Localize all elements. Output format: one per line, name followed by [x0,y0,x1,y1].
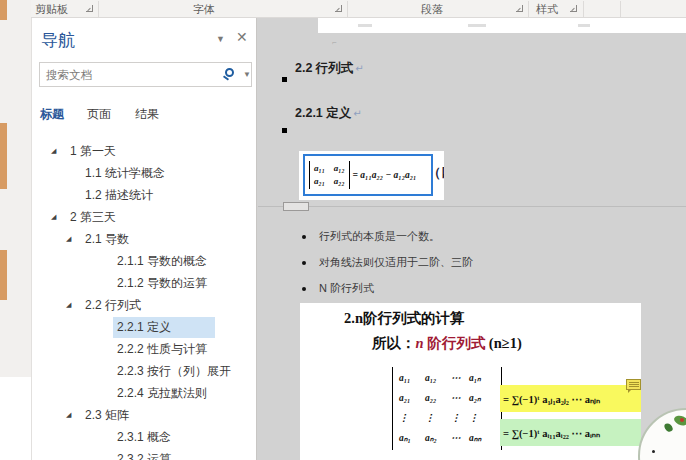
nav-tree-item[interactable]: ◢ 2.2.2 性质与计算 [32,338,256,360]
tab-pages[interactable]: 页面 [87,106,111,123]
document-canvas[interactable]: ⌐ 2.2 行列式↵ 2.2.1 定义↵ a₁₁ a₁₂ a₂₁ a₂₂ = a… [258,18,686,460]
matrix-cell: a₁₁ [399,369,425,388]
matrix-cell: ⋯ [451,429,469,448]
equation-yellow-highlight: = ∑(−1)ᵗ a₁ⱼ₁a₂ⱼ₂ ⋯ aₙⱼₙ [500,385,641,412]
matrix-cell: ⋮ [469,409,495,428]
matrix-cell: ⋮ [399,409,425,428]
expand-triangle-icon[interactable]: ◢ [51,213,60,221]
left-gutter [0,0,31,460]
paragraph-mark: ⌐ [332,38,337,47]
ribbon-group-styles: 样式 [536,2,558,17]
nav-tree-item[interactable]: ◢ 2.1.2 导数的运算 [32,272,256,294]
matrix-cell: ⋯ [451,389,469,408]
formula-blue-frame: a₁₁ a₁₂ a₂₁ a₂₂ = a₁₁a₂₂ − a₁₂a₂₁ [303,154,433,196]
navigation-pane-title: 导航 [41,29,75,52]
bullet-dot [302,287,306,291]
bullet-item: 行列式的本质是一个数。 [302,229,440,244]
expand-triangle-icon[interactable]: ◢ [66,301,75,309]
nav-tree-item[interactable]: ◢ 1.2 描述统计 [32,184,256,206]
dropdown-caret-icon[interactable]: ▼ [243,70,251,79]
matrix-cell: a₂₁ [399,389,425,408]
ribbon-group-clipboard: 剪贴板 [35,2,68,17]
background-window-sliver [0,0,7,20]
ribbon-group-labels: 剪贴板 字体 段落 样式 [31,0,686,18]
page-break-tab[interactable] [283,202,309,211]
matrix-cell: aₙₙ [469,429,495,448]
nav-tree-item[interactable]: ◢ 2.3 矩阵 [32,404,256,426]
matrix-cell: a₂₂ [425,389,451,408]
nav-tree-item[interactable]: ◢ 2.2.3 按行（列）展开 [32,360,256,382]
pilcrow-mark: ↵ [353,108,361,119]
matrix-cell: ⋯ [451,369,469,388]
slide-subtitle: 所以：n 阶行列式 (n≥1) [372,334,522,353]
expand-triangle-icon[interactable]: ◢ [51,147,60,155]
nav-tree-item[interactable]: ◢ 2.2.4 克拉默法则 [32,382,256,404]
expand-triangle-icon[interactable]: ◢ [66,411,75,419]
slide-image-n-order-determinant[interactable]: 2.n阶行列式的计算 所以：n 阶行列式 (n≥1) a₁₁a₁₂⋯a₁ₙa₂₁… [300,303,641,460]
heading-anchor-square [282,77,287,82]
word-window: 剪贴板 字体 段落 样式 导航 ▼ ✕ 搜索文档 ▼ 标题 页面 结果 ◢ 1 … [0,0,686,460]
matrix-cell: ⋮ [425,409,451,428]
formula-rhs: = a₁₁a₂₂ − a₁₂a₂₁ [353,170,417,180]
leaf-decoration [663,422,674,433]
ribbon-group-paragraph: 段落 [421,2,443,17]
matrix-cell: a₁ₙ [469,369,495,388]
search-placeholder: 搜索文档 [46,68,92,83]
comment-icon[interactable] [626,379,641,390]
nav-tree-item[interactable]: ◢ 1 第一天 [32,140,256,162]
chevron-down-icon[interactable]: ▼ [216,34,225,44]
tab-headings[interactable]: 标题 [40,106,64,123]
close-icon[interactable]: ✕ [236,29,248,45]
navigation-pane: 导航 ▼ ✕ 搜索文档 ▼ 标题 页面 结果 ◢ 1 第一天 ◢ 1.1 统计学… [31,18,257,460]
formula-image-2x2-determinant[interactable]: a₁₁ a₁₂ a₂₁ a₂₂ = a₁₁a₂₂ − a₁₂a₂₁ （四 [299,151,444,200]
nav-tree-item[interactable]: ◢ 2.2 行列式 [32,294,256,316]
matrix-cell: aₙ₁ [399,429,425,448]
pilcrow-mark: ↵ [355,63,363,74]
stamp-red-dot [680,418,684,422]
heading-anchor-square [282,128,287,133]
nav-tree-item[interactable]: ◢ 2.3.1 概念 [32,426,256,448]
matrix-cell: ⋮ [451,409,469,428]
bullet-item: 对角线法则仅适用于二阶、三阶 [302,255,473,270]
dialog-launcher-icon[interactable] [570,5,577,12]
formula-suffix-clipped: （四 [428,164,444,182]
ribbon-group-font: 字体 [193,2,215,17]
background-window-sliver [0,250,7,300]
doc-heading-2-2: 2.2 行列式↵ [295,60,364,77]
navigation-tabs: 标题 页面 结果 [32,104,256,124]
page-break-line[interactable] [258,206,686,207]
expand-triangle-icon[interactable]: ◢ [66,235,75,243]
tab-results[interactable]: 结果 [135,106,159,123]
nav-tree-item[interactable]: ◢ 2.1.1 导数的概念 [32,250,256,272]
page-above-strip [318,18,686,33]
slide-title: 2.n阶行列式的计算 [344,309,464,328]
dialog-launcher-icon[interactable] [335,5,342,12]
matrix-cell: a₁₂ [425,369,451,388]
bullet-dot [302,261,306,265]
search-icon[interactable] [225,68,234,77]
background-window-sliver [0,123,7,189]
nav-tree-item[interactable]: ◢ 2.2.1 定义 [32,316,256,338]
doc-heading-2-2-1: 2.2.1 定义↵ [295,105,362,122]
dialog-launcher-icon[interactable] [86,5,93,12]
decorative-stamp: 中 [638,408,686,460]
bullet-dot [302,235,306,239]
stamp-dot [652,450,655,453]
background-window-sliver [0,377,31,460]
nav-tree-item[interactable]: ◢ 2.1 导数 [32,228,256,250]
nav-tree-item[interactable]: ◢ 2 第三天 [32,206,256,228]
determinant-2x2: a₁₁ a₁₂ a₂₁ a₂₂ [309,161,350,189]
bullet-item: N 阶行列式 [302,281,374,296]
search-input[interactable]: 搜索文档 ▼ [39,62,252,87]
matrix-cell: aₙ₂ [425,429,451,448]
nav-tree-item[interactable]: ◢ 2.3.2 运算 [32,448,256,460]
determinant-nxn: a₁₁a₁₂⋯a₁ₙa₂₁a₂₂⋯a₂ₙ⋮⋮⋮⋮aₙ₁aₙ₂⋯aₙₙ [392,367,502,450]
headings-tree: ◢ 1 第一天 ◢ 1.1 统计学概念 ◢ 1.2 描述统计 ◢ 2 第三天 ◢… [32,140,256,460]
equation-green-highlight: = ∑(−1)ᵗ aᵢ₁₁aᵢ₂₂ ⋯ aᵢₙₙ [500,419,641,446]
nav-tree-item[interactable]: ◢ 1.1 统计学概念 [32,162,256,184]
dialog-launcher-icon[interactable] [516,5,523,12]
matrix-cell: a₂ₙ [469,389,495,408]
